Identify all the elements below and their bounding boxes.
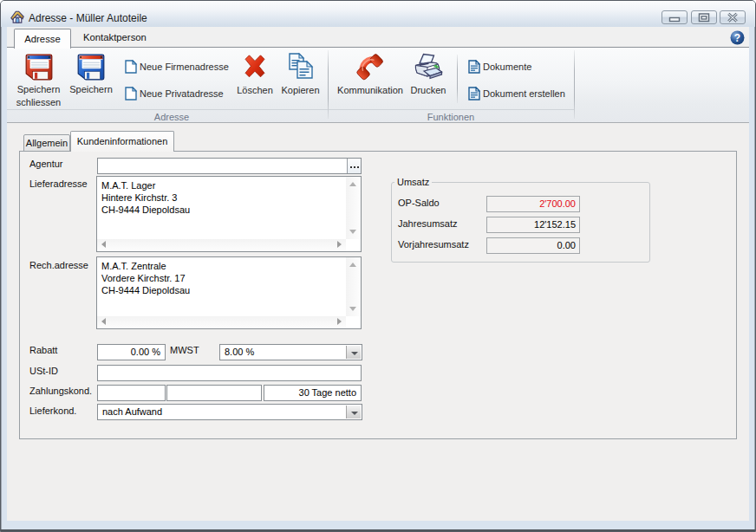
svg-text:?: ? — [734, 32, 740, 44]
